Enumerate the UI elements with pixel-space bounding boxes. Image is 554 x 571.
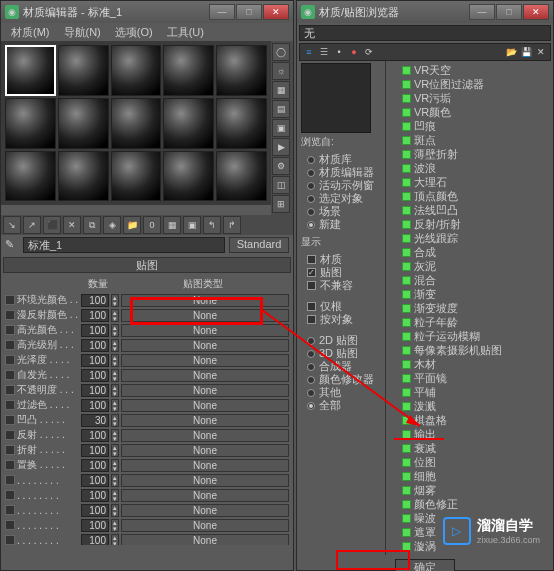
tree-item[interactable]: 平面镜 — [390, 371, 549, 385]
go-parent-icon[interactable]: ↰ — [203, 216, 221, 234]
material-slot[interactable] — [163, 151, 214, 202]
map-slot-button[interactable]: None — [121, 324, 289, 337]
material-slot[interactable] — [216, 98, 267, 149]
browse-radio[interactable]: 选定对象 — [307, 192, 375, 205]
menu-options[interactable]: 选项(O) — [109, 24, 159, 41]
tree-item[interactable]: 木材 — [390, 357, 549, 371]
minimize-button[interactable]: — — [469, 4, 495, 20]
map-enable-checkbox[interactable] — [5, 415, 15, 425]
make-unique-icon[interactable]: ◈ — [103, 216, 121, 234]
tree-item[interactable]: VR位图过滤器 — [390, 77, 549, 91]
tree-item[interactable]: 渐变 — [390, 287, 549, 301]
map-slot-button[interactable]: None — [121, 339, 289, 352]
tree-item[interactable]: 每像素摄影机贴图 — [390, 343, 549, 357]
filter-radio[interactable]: 其他 — [307, 386, 375, 399]
tree-item[interactable]: 细胞 — [390, 469, 549, 483]
spinner-icon[interactable]: ▴▾ — [111, 534, 119, 546]
spinner-icon[interactable]: ▴▾ — [111, 504, 119, 517]
material-type-button[interactable]: Standard — [229, 237, 289, 253]
view-list2-icon[interactable]: ☰ — [318, 46, 330, 58]
map-slot-button[interactable]: None — [121, 459, 289, 472]
material-slot[interactable] — [111, 151, 162, 202]
map-amount[interactable]: 30 — [81, 414, 109, 427]
tree-item[interactable]: VR颜色 — [390, 105, 549, 119]
map-slot-button[interactable]: None — [121, 504, 289, 517]
map-amount[interactable]: 100 — [81, 399, 109, 412]
map-enable-checkbox[interactable] — [5, 490, 15, 500]
map-enable-checkbox[interactable] — [5, 385, 15, 395]
spinner-icon[interactable]: ▴▾ — [111, 309, 119, 322]
tree-item[interactable]: 遮罩 — [390, 525, 549, 539]
video-check-icon[interactable]: ▣ — [272, 119, 290, 137]
tree-item[interactable]: 波浪 — [390, 161, 549, 175]
put-to-library-icon[interactable]: 📁 — [123, 216, 141, 234]
ok-button[interactable]: 确定 — [395, 559, 455, 571]
spinner-icon[interactable]: ▴▾ — [111, 474, 119, 487]
map-enable-checkbox[interactable] — [5, 505, 15, 515]
background-icon[interactable]: ▦ — [272, 81, 290, 99]
delete-icon[interactable]: ✕ — [535, 46, 547, 58]
spinner-icon[interactable]: ▴▾ — [111, 519, 119, 532]
material-slot[interactable] — [58, 45, 109, 96]
map-enable-checkbox[interactable] — [5, 370, 15, 380]
map-amount[interactable]: 100 — [81, 429, 109, 442]
map-slot-button[interactable]: None — [121, 489, 289, 502]
minimize-button[interactable]: — — [209, 4, 235, 20]
spinner-icon[interactable]: ▴▾ — [111, 294, 119, 307]
backlight-icon[interactable]: ☼ — [272, 62, 290, 80]
dropper-icon[interactable]: ✎ — [5, 238, 19, 252]
spinner-icon[interactable]: ▴▾ — [111, 399, 119, 412]
sample-uv-icon[interactable]: ▤ — [272, 100, 290, 118]
material-name-input[interactable] — [23, 237, 225, 253]
map-slot-button[interactable]: None — [121, 309, 289, 322]
spinner-icon[interactable]: ▴▾ — [111, 384, 119, 397]
map-enable-checkbox[interactable] — [5, 400, 15, 410]
map-amount[interactable]: 100 — [81, 309, 109, 322]
select-by-material-icon[interactable]: ◫ — [272, 176, 290, 194]
map-amount[interactable]: 100 — [81, 519, 109, 532]
tree-item[interactable]: 漩涡 — [390, 539, 549, 553]
map-amount[interactable]: 100 — [81, 504, 109, 517]
show-checkbox[interactable]: 不兼容 — [307, 279, 375, 292]
browse-radio[interactable]: 场景 — [307, 205, 375, 218]
tree-item[interactable]: VR污垢 — [390, 91, 549, 105]
get-material-icon[interactable]: ↘ — [3, 216, 21, 234]
tree-item[interactable]: 光线跟踪 — [390, 231, 549, 245]
map-enable-checkbox[interactable] — [5, 310, 15, 320]
material-slot[interactable] — [111, 98, 162, 149]
material-slot[interactable] — [58, 151, 109, 202]
menu-tools[interactable]: 工具(U) — [161, 24, 210, 41]
tree-item[interactable]: 颜色修正 — [390, 497, 549, 511]
map-amount[interactable]: 100 — [81, 474, 109, 487]
map-enable-checkbox[interactable] — [5, 295, 15, 305]
make-preview-icon[interactable]: ▶ — [272, 138, 290, 156]
material-id-icon[interactable]: 0 — [143, 216, 161, 234]
maximize-button[interactable]: □ — [496, 4, 522, 20]
map-amount[interactable]: 100 — [81, 489, 109, 502]
spinner-icon[interactable]: ▴▾ — [111, 354, 119, 367]
map-enable-checkbox[interactable] — [5, 475, 15, 485]
tree-item[interactable]: 大理石 — [390, 175, 549, 189]
tree-item[interactable]: 凹痕 — [390, 119, 549, 133]
options-icon[interactable]: ⚙ — [272, 157, 290, 175]
material-slot[interactable] — [216, 45, 267, 96]
spinner-icon[interactable]: ▴▾ — [111, 414, 119, 427]
map-amount[interactable]: 100 — [81, 324, 109, 337]
map-slot-button[interactable]: None — [121, 369, 289, 382]
reset-icon[interactable]: ✕ — [63, 216, 81, 234]
spinner-icon[interactable]: ▴▾ — [111, 339, 119, 352]
map-amount[interactable]: 100 — [81, 354, 109, 367]
tree-item[interactable]: 烟雾 — [390, 483, 549, 497]
map-amount[interactable]: 100 — [81, 384, 109, 397]
map-enable-checkbox[interactable] — [5, 520, 15, 530]
map-slot-button[interactable]: None — [121, 429, 289, 442]
section-header[interactable]: 贴图 — [3, 257, 291, 273]
map-slot-button[interactable]: None — [121, 534, 289, 546]
tree-item[interactable]: 顶点颜色 — [390, 189, 549, 203]
tree-item[interactable]: 棋盘格 — [390, 413, 549, 427]
material-slot[interactable] — [163, 45, 214, 96]
map-enable-checkbox[interactable] — [5, 340, 15, 350]
tree-item[interactable]: 衰减 — [390, 441, 549, 455]
tree-item[interactable]: 位图 — [390, 455, 549, 469]
maximize-button[interactable]: □ — [236, 4, 262, 20]
